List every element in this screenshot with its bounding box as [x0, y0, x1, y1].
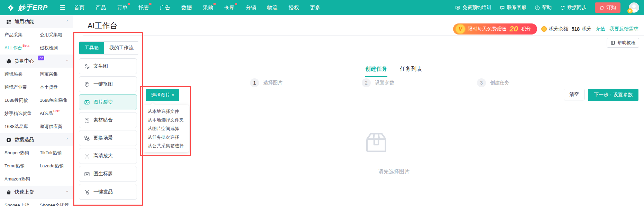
sidebar-item-Lazada热销[interactable]: Lazada热销 [40, 159, 73, 173]
sidebar-item-AI工作台[interactable]: AI工作台Beta [4, 41, 40, 55]
nav-item-label: 采购 [203, 4, 213, 10]
sidebar-section-货盘中心[interactable]: 货盘中心AI⌃ [0, 55, 73, 68]
dropdown-option-从任务批次选择[interactable]: 从任务批次选择 [144, 133, 189, 141]
sidebar-item-Shopee上货[interactable]: Shopee上货 [4, 199, 40, 206]
section-items: 跨境热卖淘宝采集跨境产业带本土货盘1688搜同款1688智能采集妙手精选货盘AI… [0, 68, 73, 133]
sidebar-item-公用采集箱[interactable]: 公用采集箱 [40, 28, 73, 41]
nav-item-物流[interactable]: 物流 [267, 4, 277, 11]
text-to-image-icon [84, 63, 90, 69]
empty-state-text: 请先选择图片 [363, 168, 425, 175]
sidebar-item-淘宝采集[interactable]: 淘宝采集 [40, 68, 73, 81]
new-tag: Beta [22, 44, 29, 47]
dropdown-option-从公共采集箱选择[interactable]: 从公共采集箱选择 [144, 141, 189, 150]
dropdown-option-从图片空间选择[interactable]: 从图片空间选择 [144, 124, 189, 133]
section-label: 快速上货 [15, 189, 34, 195]
nav-item-产品[interactable]: 产品 [95, 4, 106, 11]
sidebar-item-妙手精选货盘[interactable]: 妙手精选货盘 [4, 107, 40, 120]
utility-training[interactable]: 免费预约培训 [455, 4, 491, 11]
page-title: AI工作台 [88, 21, 118, 31]
promo-points-number: 20 [509, 24, 518, 33]
utility-label: 联系客服 [507, 4, 526, 11]
shopping-bag-icon [599, 5, 604, 10]
sidebar-item-1688搜同款[interactable]: 1688搜同款 [4, 94, 40, 107]
recharge-link[interactable]: 充值 [596, 26, 605, 32]
sidebar-item-邀请供应商[interactable]: 邀请供应商 [40, 120, 73, 133]
sidebar-item-跨境产业带[interactable]: 跨境产业带 [4, 81, 40, 94]
sidebar-item-label: 本土货盘 [40, 84, 58, 90]
workspace-tab-创建任务[interactable]: 创建任务 [365, 66, 387, 77]
help-icon [535, 5, 540, 10]
nav-item-分销[interactable]: 分销 [246, 4, 256, 11]
feedback-link[interactable]: 我要反馈需求 [609, 26, 638, 32]
sidebar-item-Shopee热销[interactable]: Shopee热销 [4, 146, 40, 159]
sidebar-item-Amazon热销[interactable]: Amazon热销 [4, 173, 40, 186]
menu-toggle-icon[interactable]: ☰ [59, 4, 65, 11]
tool-card-图生标题[interactable]: 图生标题 [79, 166, 137, 182]
nav-item-托管[interactable]: 托管 [138, 4, 149, 11]
sidebar-section-通用功能[interactable]: 通用功能⌃ [0, 15, 73, 28]
tool-card-文生图[interactable]: 文生图 [79, 58, 137, 74]
brand-logo[interactable]: 妙手ERP [0, 3, 51, 12]
sidebar-section-快速上货[interactable]: 快速上货⌃ [0, 186, 73, 199]
tool-card-一键抠图[interactable]: 一键抠图 [79, 76, 137, 92]
sidebar-item-侵权检测[interactable]: 侵权检测 [40, 41, 73, 55]
dropdown-option-从本地选择文件夹[interactable]: 从本地选择文件夹 [144, 116, 189, 124]
subscribe-button[interactable]: 订购 [595, 2, 620, 13]
sidebar-item-跨境热卖[interactable]: 跨境热卖 [4, 68, 40, 81]
tool-card-更换场景[interactable]: 更换场景 [79, 130, 137, 146]
sidebar-item-1688智能采集[interactable]: 1688智能采集 [40, 94, 73, 107]
nav-item-数据[interactable]: 数据 [181, 4, 192, 11]
step-label-选择图片: 选择图片 [263, 80, 283, 86]
sidebar-item-Temu热销[interactable]: Temu热销 [4, 159, 40, 173]
tool-label: 图生标题 [93, 171, 113, 177]
step-number-3: 3 [477, 78, 486, 87]
select-image-button[interactable]: 选择图片 ∨ [146, 89, 179, 101]
tool-label: 一键抠图 [93, 81, 113, 87]
step-number-2: 2 [362, 78, 371, 87]
nav-item-广告[interactable]: 广告 [160, 4, 170, 11]
workspace-tab-任务列表[interactable]: 任务列表 [400, 66, 422, 77]
avatar[interactable]: V [629, 2, 639, 13]
sidebar-item-Shopee全托管[interactable]: Shopee全托管 [40, 199, 73, 206]
nav-item-更多[interactable]: 更多 [310, 4, 320, 11]
section-cube-icon [6, 59, 11, 64]
promo-coin-icon: V [455, 24, 466, 34]
sidebar-item-TikTok热销[interactable]: TikTok热销 [40, 146, 73, 159]
brand-name: 妙手ERP [18, 3, 48, 12]
sidebar-item-产品采集[interactable]: 产品采集 [4, 28, 40, 41]
toolbox-tab-我的工作流[interactable]: 我的工作流 [104, 42, 139, 54]
tool-card-一键发品[interactable]: 一键发品 [79, 184, 137, 200]
sidebar-item-label: Lazada热销 [40, 163, 64, 169]
action-buttons: 清空 下一步：设置参数 [564, 89, 638, 101]
dropdown-option-从本地选择文件[interactable]: 从本地选择文件 [144, 107, 189, 116]
sidebar-item-AI选品[interactable]: AI选品HOT [40, 107, 73, 120]
sidebar-item-1688选品库[interactable]: 1688选品库 [4, 120, 40, 133]
help-tutorial-button[interactable]: 帮助教程 [607, 38, 639, 48]
nav-item-首页[interactable]: 首页 [74, 4, 84, 11]
tool-card-素材贴合[interactable]: 素材贴合 [79, 112, 137, 128]
sidebar-item-本土货盘[interactable]: 本土货盘 [40, 81, 73, 94]
nav-item-采购[interactable]: 采购 [203, 4, 213, 11]
nav-item-label: 数据 [181, 4, 192, 10]
utility-support[interactable]: 联系客服 [500, 4, 526, 11]
nav-item-label: 更多 [310, 4, 320, 10]
points-value: 518 [572, 26, 580, 32]
promo-banner[interactable]: V 限时每天免费赠送 20 积分 [453, 23, 537, 35]
nav-item-授权[interactable]: 授权 [288, 4, 299, 11]
nav-item-仓库[interactable]: 仓库 [224, 4, 234, 11]
utility-sync[interactable]: 数据同步 [560, 4, 587, 11]
top-navbar: 妙手ERP ☰ 首页产品订单托管广告数据采购仓库分销物流授权更多 免费预约培训联… [0, 0, 644, 15]
tool-card-高清放大[interactable]: 高清放大 [79, 148, 137, 164]
header-divider [83, 35, 644, 36]
tool-card-图片裂变[interactable]: 图片裂变 [79, 94, 137, 110]
next-step-button[interactable]: 下一步：设置参数 [588, 89, 638, 101]
step-connector [287, 83, 358, 83]
toolbox-tab-工具箱[interactable]: 工具箱 [79, 42, 104, 54]
sidebar-item-label: 跨境产业带 [4, 84, 27, 90]
clear-button[interactable]: 清空 [564, 89, 585, 100]
nav-item-订单[interactable]: 订单 [117, 4, 127, 11]
promo-suffix: 积分 [521, 26, 531, 32]
chevron-up-icon: ⌃ [66, 20, 69, 24]
utility-help[interactable]: 帮助 [535, 4, 552, 11]
sidebar-section-数据选品[interactable]: 数据选品⌃ [0, 133, 73, 146]
